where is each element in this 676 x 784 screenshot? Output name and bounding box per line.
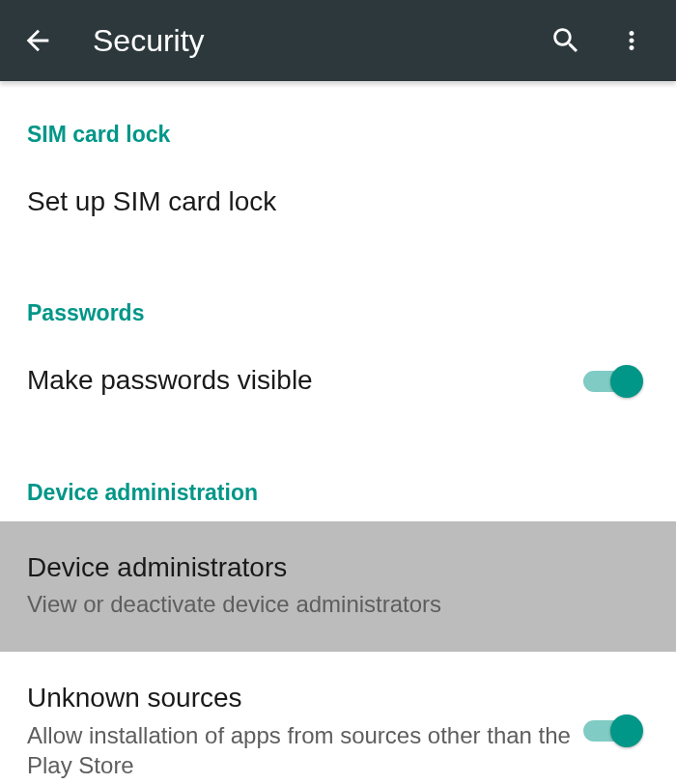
setting-setup-sim-lock[interactable]: Set up SIM card lock: [0, 163, 676, 240]
section-header-device-admin: Device administration: [0, 461, 676, 521]
setting-text: Unknown sources Allow installation of ap…: [27, 681, 583, 780]
app-toolbar: Security: [0, 0, 676, 81]
setting-text: Set up SIM card lock: [27, 184, 649, 219]
page-title: Security: [93, 23, 205, 59]
section-spacer: [0, 420, 676, 461]
more-vert-icon: [617, 26, 646, 55]
setting-title: Unknown sources: [27, 681, 583, 715]
more-button[interactable]: [612, 21, 651, 60]
section-spacer: [0, 240, 676, 281]
arrow-back-icon: [21, 24, 54, 57]
toolbar-left: Security: [14, 16, 547, 65]
section-header-sim-lock: SIM card lock: [0, 102, 676, 163]
setting-text: Make passwords visible: [27, 363, 583, 398]
unknown-sources-switch[interactable]: [583, 714, 641, 748]
setting-subtitle: View or deactivate device administrators: [27, 589, 649, 619]
setting-passwords-visible[interactable]: Make passwords visible: [0, 342, 676, 419]
passwords-visible-switch[interactable]: [583, 364, 641, 399]
settings-content: SIM card lock Set up SIM card lock Passw…: [0, 81, 676, 784]
setting-unknown-sources[interactable]: Unknown sources Allow installation of ap…: [0, 652, 676, 784]
setting-subtitle: Allow installation of apps from sources …: [27, 720, 583, 780]
switch-thumb: [610, 365, 643, 398]
back-button[interactable]: [14, 16, 62, 65]
setting-title: Set up SIM card lock: [27, 184, 649, 219]
setting-title: Make passwords visible: [27, 363, 583, 398]
search-icon: [549, 24, 582, 57]
toolbar-right: [547, 21, 662, 60]
search-button[interactable]: [547, 21, 585, 60]
setting-device-administrators[interactable]: Device administrators View or deactivate…: [0, 521, 676, 653]
switch-thumb: [610, 714, 643, 747]
section-header-passwords: Passwords: [0, 281, 676, 342]
setting-text: Device administrators View or deactivate…: [27, 550, 649, 620]
setting-title: Device administrators: [27, 550, 649, 585]
